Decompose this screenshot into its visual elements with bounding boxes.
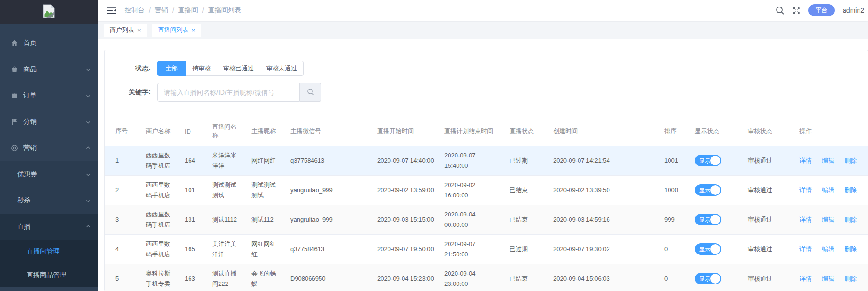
action-detail-link[interactable]: 详情 xyxy=(799,246,812,253)
chevron-down-icon xyxy=(85,67,91,72)
fullscreen-icon[interactable] xyxy=(792,7,800,15)
sidebar-item-优惠券[interactable]: 优惠券 xyxy=(0,161,98,187)
live-room-table-wrap: 序号商户名称ID直播间名称主播昵称主播微信号直播开始时间直播计划结束时间直播状态… xyxy=(105,117,868,291)
cell-created_at: 2020-09-07 14:21:54 xyxy=(548,146,660,175)
action-delete-link[interactable]: 删除 xyxy=(845,187,857,194)
tab-label: 商户列表 xyxy=(110,26,134,34)
action-detail-link[interactable]: 详情 xyxy=(799,187,812,194)
status-filter-待审核[interactable]: 待审核 xyxy=(186,61,217,76)
cell-index: 3 xyxy=(105,205,141,234)
search-icon[interactable] xyxy=(776,6,784,15)
display-toggle[interactable]: 显示 xyxy=(695,273,721,284)
cell-created_at: 2020-09-07 19:30:02 xyxy=(548,234,660,264)
top-navbar: 控制台/营销/直播间/直播间列表 平台 admin2 xyxy=(98,0,868,21)
sidebar-item-分销[interactable]: 分销 xyxy=(0,109,98,135)
table-row: 1西西里数码手机店164米洋洋米洋洋网红网红q3775846132020-09-… xyxy=(105,146,868,175)
cell-start_time: 2020-09-03 15:15:00 xyxy=(373,205,440,234)
cell-anchor_wechat: q377584613 xyxy=(286,146,373,175)
cell-actions: 详情编辑删除 xyxy=(795,264,868,291)
tab-close-icon[interactable]: × xyxy=(137,27,141,34)
action-delete-link[interactable]: 删除 xyxy=(845,216,857,223)
display-toggle[interactable]: 显示 xyxy=(695,155,721,166)
cell-planned_end_time: 2020-09-02 16:00:00 xyxy=(440,175,505,205)
cell-live_status: 已过期 xyxy=(505,234,548,264)
display-toggle[interactable]: 显示 xyxy=(695,243,721,255)
sidebar-item-首页[interactable]: 首页 xyxy=(0,30,98,56)
sidebar-item-订单[interactable]: 订单 xyxy=(0,82,98,109)
cell-id: 164 xyxy=(180,146,207,175)
action-edit-link[interactable]: 编辑 xyxy=(822,157,834,164)
sidebar-item-直播商品管理[interactable]: 直播商品管理 xyxy=(0,263,98,287)
cell-anchor_wechat: yangruitao_999 xyxy=(286,205,373,234)
status-filter-全部[interactable]: 全部 xyxy=(157,61,186,76)
breadcrumb-item[interactable]: 营销 xyxy=(155,6,168,15)
sidebar-collapse-icon[interactable] xyxy=(107,6,116,15)
app-root: 首页商品订单分销营销优惠券秒杀直播直播间管理直播商品管理 控制台/营销/直播间/… xyxy=(0,0,868,291)
chevron-up-icon xyxy=(85,224,91,230)
action-edit-link[interactable]: 编辑 xyxy=(822,246,834,253)
breadcrumb-item[interactable]: 控制台 xyxy=(125,6,145,15)
cell-created_at: 2020-09-02 13:39:50 xyxy=(548,175,660,205)
column-header-planned_end_time: 直播计划结束时间 xyxy=(440,117,505,146)
cell-anchor_nickname: 网红网红 xyxy=(247,146,286,175)
action-edit-link[interactable]: 编辑 xyxy=(822,216,834,223)
cell-merchant: 西西里数码手机店 xyxy=(141,175,180,205)
table-row: 3西西里数码手机店131测试1112测试112yangruitao_999202… xyxy=(105,205,868,234)
cell-index: 1 xyxy=(105,146,141,175)
sidebar-item-label: 直播 xyxy=(17,223,30,231)
sidebar-item-直播[interactable]: 直播 xyxy=(0,214,98,240)
display-toggle[interactable]: 显示 xyxy=(695,214,721,225)
action-delete-link[interactable]: 删除 xyxy=(845,275,857,282)
status-filter-审核未通过[interactable]: 审核未通过 xyxy=(260,61,304,76)
sidebar-item-秒杀[interactable]: 秒杀 xyxy=(0,187,98,214)
breadcrumb-item[interactable]: 直播间 xyxy=(178,6,198,15)
home-icon xyxy=(11,39,18,47)
column-header-merchant: 商户名称 xyxy=(141,117,180,146)
sidebar-item-label: 直播间管理 xyxy=(27,247,60,256)
action-edit-link[interactable]: 编辑 xyxy=(822,275,834,282)
sidebar-item-label: 分销 xyxy=(23,118,37,126)
sidebar: 首页商品订单分销营销优惠券秒杀直播直播间管理直播商品管理 xyxy=(0,0,98,291)
table-row: 5奥科拉斯手机专卖163测试直播间222会飞的蚂蚁D9080669502020-… xyxy=(105,264,868,291)
keyword-input[interactable] xyxy=(157,83,300,102)
display-toggle-label: 显示 xyxy=(699,215,710,225)
cell-sort: 0 xyxy=(660,234,690,264)
list-panel: 状态: 全部待审核审核已通过审核未通过 关键字: xyxy=(104,50,868,291)
column-header-sort: 排序 xyxy=(660,117,690,146)
sidebar-item-直播间管理[interactable]: 直播间管理 xyxy=(0,240,98,263)
display-toggle-knob xyxy=(710,156,720,165)
sidebar-item-营销[interactable]: 营销 xyxy=(0,135,98,161)
column-header-room_name: 直播间名称 xyxy=(207,117,247,146)
sidebar-item-label: 商品 xyxy=(23,65,37,74)
cell-actions: 详情编辑删除 xyxy=(795,234,868,264)
action-delete-link[interactable]: 删除 xyxy=(845,157,857,164)
action-detail-link[interactable]: 详情 xyxy=(799,216,812,223)
status-filter-审核已通过[interactable]: 审核已通过 xyxy=(217,61,260,76)
action-edit-link[interactable]: 编辑 xyxy=(822,187,834,194)
cell-display_status: 显示 xyxy=(690,264,743,291)
keyword-search-button[interactable] xyxy=(300,83,321,102)
cell-planned_end_time: 2020-09-04 23:00:00 xyxy=(440,264,505,291)
platform-button[interactable]: 平台 xyxy=(808,4,835,16)
cell-anchor_nickname: 测试测试测试 xyxy=(247,175,286,205)
action-delete-link[interactable]: 删除 xyxy=(845,246,857,253)
cell-merchant: 西西里数码手机店 xyxy=(141,205,180,234)
display-toggle[interactable]: 显示 xyxy=(695,184,721,196)
tab-直播间列表[interactable]: 直播间列表× xyxy=(152,24,201,37)
cell-index: 4 xyxy=(105,234,141,264)
cell-sort: 999 xyxy=(660,205,690,234)
navbar-right: 平台 admin2 xyxy=(776,4,864,16)
display-toggle-label: 显示 xyxy=(699,156,710,166)
action-detail-link[interactable]: 详情 xyxy=(799,275,812,282)
breadcrumb-separator: / xyxy=(149,7,151,14)
breadcrumb-item[interactable]: 直播间列表 xyxy=(208,6,241,15)
cell-planned_end_time: 2020-09-07 21:50:00 xyxy=(440,234,505,264)
cell-anchor_nickname: 网红网红红 xyxy=(247,234,286,264)
action-detail-link[interactable]: 详情 xyxy=(799,157,812,164)
username[interactable]: admin2 xyxy=(843,7,864,14)
sidebar-item-商品[interactable]: 商品 xyxy=(0,56,98,82)
column-header-index: 序号 xyxy=(105,117,141,146)
tab-close-icon[interactable]: × xyxy=(192,27,196,34)
tab-商户列表[interactable]: 商户列表× xyxy=(104,24,147,37)
cell-start_time: 2020-09-07 19:50:00 xyxy=(373,234,440,264)
